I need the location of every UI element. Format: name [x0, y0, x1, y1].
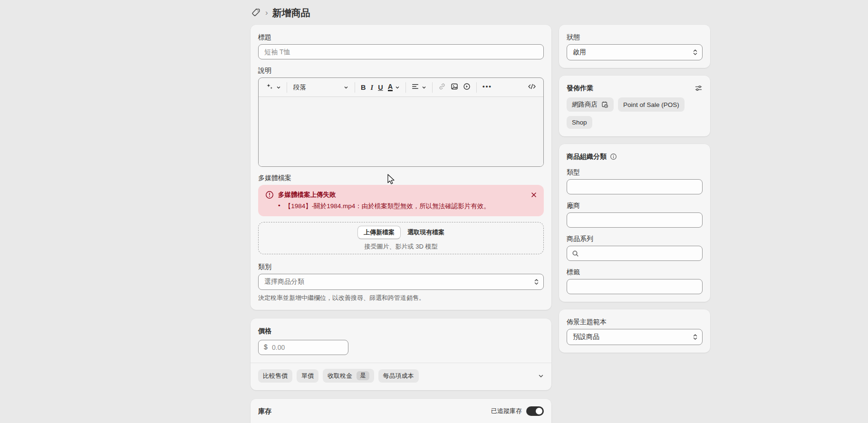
text-color-button[interactable]: A: [386, 82, 402, 93]
chevron-down-icon: [422, 84, 426, 91]
insert-link-button[interactable]: [436, 81, 448, 94]
media-dropzone[interactable]: 上傳新檔案 選取現有檔案 接受圖片、影片或 3D 模型: [258, 222, 544, 254]
rich-text-editor: 段落 B I U A: [258, 77, 544, 167]
track-inventory-toggle[interactable]: [526, 406, 544, 416]
publishing-card: 發佈作業 網路商店: [559, 76, 710, 136]
charge-tax-chip[interactable]: 收取稅金 是: [323, 369, 374, 383]
chip-label: 單價: [301, 372, 314, 380]
category-select[interactable]: 選擇商品分類: [258, 274, 544, 290]
title-input[interactable]: [258, 44, 544, 59]
media-upload-error-banner: 多媒體檔案上傳失敗 • 【1984】-關於1984.mp4：由於檔案類型無效，所…: [258, 185, 544, 216]
price-input[interactable]: [258, 340, 348, 355]
alert-circle-icon: [265, 190, 274, 200]
select-caret-icon: [693, 48, 698, 56]
channel-name: 網路商店: [572, 100, 598, 109]
search-icon: [572, 250, 579, 257]
ai-assistant-button[interactable]: [263, 81, 283, 94]
charge-tax-value-badge: 是: [357, 371, 369, 380]
tags-input[interactable]: [567, 279, 703, 294]
collections-search-input[interactable]: [567, 246, 703, 261]
theme-template-select[interactable]: 預設商品: [567, 329, 703, 345]
publishing-title: 發佈作業: [567, 83, 593, 93]
error-item-text: 【1984】-關於1984.mp4：由於檔案類型無效，所以無法確認影片有效。: [285, 202, 490, 211]
vendor-label: 廠商: [567, 201, 703, 210]
settings-sliders-icon[interactable]: [694, 84, 703, 92]
select-caret-icon: [534, 278, 539, 286]
image-icon: [451, 83, 458, 92]
collections-label: 商品系列: [567, 234, 703, 243]
show-html-button[interactable]: [525, 81, 539, 93]
toolbar-divider: [405, 82, 406, 93]
toolbar-divider: [432, 82, 433, 93]
select-caret-icon: [693, 333, 698, 341]
cost-per-item-chip[interactable]: 每品項成本: [378, 369, 419, 383]
tag-icon[interactable]: [251, 8, 261, 18]
channel-pos-chip[interactable]: Point of Sale (POS): [618, 97, 685, 112]
close-icon[interactable]: [530, 192, 537, 198]
calendar-clock-icon: [601, 101, 608, 108]
status-select-value: 啟用: [573, 48, 586, 57]
toolbar-divider: [355, 82, 355, 93]
toolbar-divider: [287, 82, 287, 93]
theme-template-value: 預設商品: [573, 333, 599, 341]
type-input[interactable]: [567, 179, 703, 194]
play-circle-icon: [463, 83, 471, 92]
breadcrumb: › 新增商品: [251, 6, 710, 20]
pricing-card: 價格 $ 比較售價 單價 收取稅金 是: [251, 318, 551, 390]
status-select[interactable]: 啟用: [567, 44, 703, 60]
description-label: 說明: [258, 66, 544, 75]
page: › 新增商品 標題 說明: [251, 6, 710, 423]
error-list-item: • 【1984】-關於1984.mp4：由於檔案類型無效，所以無法確認影片有效。: [265, 202, 537, 211]
more-icon: •••: [482, 83, 492, 92]
channel-name: Point of Sale (POS): [623, 101, 679, 108]
vendor-input[interactable]: [567, 212, 703, 228]
bold-button[interactable]: B: [358, 82, 368, 93]
divider: [251, 363, 551, 363]
toggle-knob: [536, 408, 542, 414]
pricing-options-row: 比較售價 單價 收取稅金 是 每品項成本: [258, 369, 544, 383]
collapse-pricing-chevron[interactable]: [538, 373, 544, 379]
media-label: 多媒體檔案: [258, 173, 544, 183]
italic-button[interactable]: I: [368, 82, 376, 93]
theme-template-card: 佈景主題範本 預設商品: [559, 309, 710, 353]
product-organization-card: 商品組織分類 類型 廠商: [559, 144, 710, 302]
underline-button[interactable]: U: [376, 82, 385, 93]
compare-at-price-chip[interactable]: 比較售價: [258, 369, 292, 383]
insert-image-button[interactable]: [448, 81, 461, 94]
bold-icon: B: [361, 84, 366, 91]
info-icon[interactable]: [610, 153, 617, 160]
track-inventory-label: 已追蹤庫存: [491, 407, 522, 415]
paragraph-style-select[interactable]: 段落: [290, 81, 351, 94]
chip-label: 收取稅金: [328, 372, 352, 380]
paragraph-style-label: 段落: [293, 83, 306, 92]
type-label: 類型: [567, 167, 703, 177]
pricing-title: 價格: [258, 326, 544, 336]
more-options-button[interactable]: •••: [480, 81, 494, 94]
channel-shop-chip[interactable]: Shop: [567, 116, 592, 129]
tags-label: 標籤: [567, 267, 703, 277]
align-icon: [412, 83, 419, 91]
italic-icon: I: [370, 84, 373, 91]
underline-icon: U: [378, 84, 383, 91]
category-help-text: 決定稅率並新增中繼欄位，以改善搜尋、篩選和跨管道銷售。: [258, 294, 544, 302]
channel-name: Shop: [572, 119, 587, 126]
select-existing-file-button[interactable]: 選取現有檔案: [407, 228, 444, 237]
dropzone-hint: 接受圖片、影片或 3D 模型: [365, 242, 438, 251]
description-editor-area[interactable]: [259, 97, 543, 166]
unit-price-chip[interactable]: 單價: [297, 369, 318, 383]
upload-new-file-button[interactable]: 上傳新檔案: [357, 226, 401, 239]
page-title: 新增商品: [272, 7, 310, 19]
link-icon: [438, 83, 446, 92]
currency-prefix: $: [264, 343, 268, 351]
status-card: 狀態 啟用: [559, 25, 710, 68]
chevron-down-icon: [395, 84, 400, 91]
theme-template-label: 佈景主題範本: [567, 317, 703, 327]
code-icon: [528, 83, 536, 91]
text-color-icon: A: [388, 84, 393, 91]
sales-channels: 網路商店 Point of Sale (POS): [567, 97, 703, 129]
insert-video-button[interactable]: [461, 81, 473, 94]
chip-label: 每品項成本: [383, 372, 414, 380]
channel-online-store-chip[interactable]: 網路商店: [567, 97, 614, 112]
breadcrumb-separator: ›: [265, 9, 268, 18]
alignment-button[interactable]: [409, 81, 429, 93]
